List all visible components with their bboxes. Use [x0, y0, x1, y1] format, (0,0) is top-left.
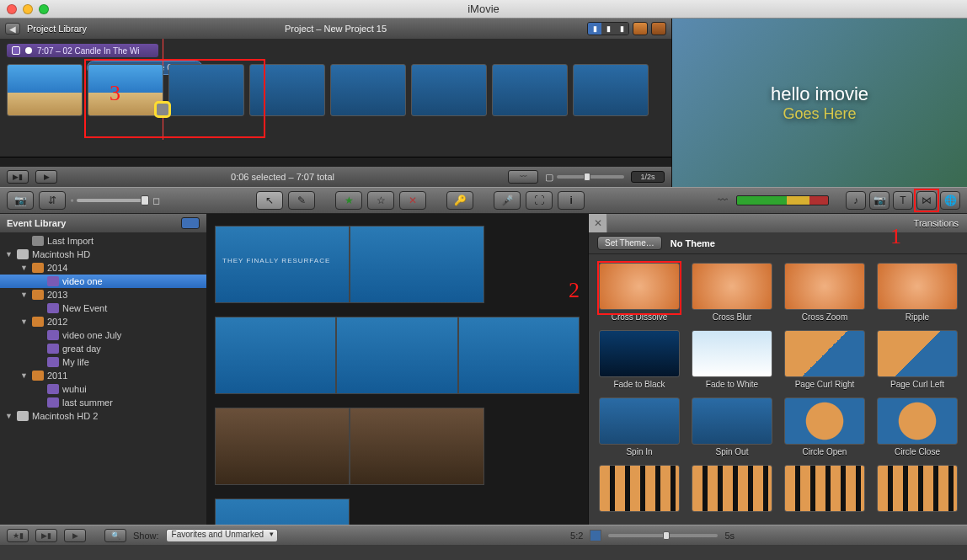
transition-item[interactable]: Fade to White: [692, 330, 772, 389]
transition-item[interactable]: Cross Blur: [692, 263, 772, 322]
transition-item[interactable]: Circle Close: [877, 397, 958, 456]
event-tree-item[interactable]: ▼Macintosh HD: [0, 248, 206, 261]
event-tree-item[interactable]: video one July: [0, 328, 206, 342]
transition-item[interactable]: Fade to Black: [599, 330, 680, 389]
view-mode-segmented[interactable]: ▮▮▮: [587, 22, 629, 35]
project-timeline[interactable]: 7:07 – 02 Candle In The Wi 0:14 – hello …: [0, 39, 671, 157]
clip-thumbnail[interactable]: [492, 64, 568, 116]
event-tree-item[interactable]: wuhui: [0, 382, 206, 396]
thumbnail-size-slider[interactable]: ▢: [545, 172, 624, 183]
keyword-button[interactable]: 🔑: [446, 191, 473, 210]
clip-thumbnail[interactable]: [7, 64, 83, 116]
favorite-button[interactable]: ★: [335, 191, 362, 210]
maps-browser-button[interactable]: 🌐: [940, 191, 960, 210]
close-panel-button[interactable]: ✕: [589, 214, 607, 232]
photo-browser-button[interactable]: 📷: [869, 191, 890, 210]
event-clip-thumbnail[interactable]: [336, 317, 457, 394]
event-tree[interactable]: Last Import▼Macintosh HD▼2014video one▼2…: [0, 232, 206, 525]
transition-item[interactable]: Ripple: [877, 263, 958, 322]
unmark-button[interactable]: ☆: [367, 191, 394, 210]
search-button[interactable]: 🔍: [104, 529, 126, 542]
event-item-label: Macintosh HD 2: [32, 411, 98, 421]
event-clip-thumbnail[interactable]: [350, 226, 484, 303]
transition-thumbnail: [877, 330, 958, 377]
set-theme-button[interactable]: Set Theme…: [597, 236, 662, 250]
transition-item[interactable]: Spin Out: [692, 397, 772, 456]
event-tree-item[interactable]: ▼2014: [0, 261, 206, 275]
frame-size-slider[interactable]: ▫◻: [71, 195, 160, 206]
audio-icon: [25, 47, 32, 54]
cal-icon: [32, 263, 44, 273]
event-item-label: 2013: [47, 290, 67, 300]
titles-browser-button[interactable]: T: [893, 191, 913, 210]
event-tree-item[interactable]: New Event: [0, 301, 206, 315]
clip-thumbnail[interactable]: [411, 64, 487, 116]
transition-item[interactable]: [692, 465, 772, 515]
clip-thumbnail[interactable]: [573, 64, 649, 116]
preview-viewer[interactable]: hello imovie Goes Here: [672, 19, 967, 187]
audio-track-clip[interactable]: 7:07 – 02 Candle In The Wi: [7, 44, 158, 57]
transition-item[interactable]: Page Curl Right: [784, 330, 865, 389]
minimize-window-button[interactable]: [23, 4, 33, 14]
event-tree-item[interactable]: great day: [0, 342, 206, 355]
reject-button[interactable]: ✕: [399, 191, 426, 210]
event-item-label: My life: [62, 357, 89, 367]
clip-thumbnail[interactable]: [330, 64, 406, 116]
theme-bar: Set Theme… No Theme: [589, 232, 967, 254]
event-clip-thumbnail[interactable]: [215, 317, 336, 394]
arrow-tool-button[interactable]: ↖: [256, 191, 283, 210]
import-camera-button[interactable]: 📷: [7, 191, 34, 210]
thumbnail-duration-slider[interactable]: [608, 534, 718, 537]
annotation-box-1: [914, 189, 939, 212]
event-tree-item[interactable]: ▼Macintosh HD 2: [0, 409, 206, 423]
video-clip-strip[interactable]: 0:14 – hello imovie Goes… 3: [7, 64, 665, 116]
event-clip-thumbnail[interactable]: [215, 499, 350, 525]
comment-marker-button[interactable]: [633, 22, 648, 35]
transition-item[interactable]: Page Curl Left: [877, 330, 958, 389]
play-button[interactable]: ▶: [35, 170, 57, 184]
zoom-level[interactable]: 1/2s: [631, 171, 665, 183]
event-clip-browser[interactable]: THEY FINALLY RESURFACE: [206, 214, 588, 525]
transition-item[interactable]: [784, 465, 865, 515]
crop-button[interactable]: ⛶: [526, 191, 553, 210]
transition-item[interactable]: Spin In: [599, 397, 680, 456]
play-fullscreen-button[interactable]: ▶▮: [35, 529, 57, 542]
transitions-browser-button[interactable]: ⋈: [916, 191, 937, 210]
show-filter-select[interactable]: Favorites and Unmarked: [166, 529, 279, 542]
project-library-label[interactable]: Project Library: [27, 24, 87, 34]
event-tree-item[interactable]: My life: [0, 355, 206, 369]
event-tree-item[interactable]: last summer: [0, 396, 206, 409]
inspector-button[interactable]: i: [558, 191, 585, 210]
close-window-button[interactable]: [7, 4, 17, 14]
waveform-toggle-button[interactable]: 〰: [508, 170, 538, 184]
transition-item[interactable]: [599, 465, 680, 515]
transition-thumbnail: [784, 465, 865, 512]
transitions-grid[interactable]: Cross DissolveCross BlurCross ZoomRipple…: [589, 254, 967, 525]
play-from-start-button[interactable]: ▶▮: [7, 170, 29, 184]
transition-item[interactable]: Circle Open: [784, 397, 865, 456]
event-view-toggle[interactable]: [181, 217, 200, 229]
play-selection-button[interactable]: ▶: [64, 529, 86, 542]
swap-panes-button[interactable]: ⇵: [39, 191, 66, 210]
edit-tool-button[interactable]: ✎: [288, 191, 315, 210]
event-clip-thumbnail[interactable]: [215, 408, 350, 485]
transition-thumbnail: [877, 263, 958, 310]
event-tree-item[interactable]: video one: [0, 275, 206, 288]
chapter-marker-button[interactable]: [651, 22, 666, 35]
event-clip-thumbnail[interactable]: THEY FINALLY RESURFACE: [215, 226, 350, 303]
zoom-window-button[interactable]: [39, 4, 49, 14]
event-clip-thumbnail[interactable]: [350, 408, 484, 485]
transition-item[interactable]: Cross Zoom: [784, 263, 865, 322]
transition-item[interactable]: [877, 465, 958, 515]
event-tree-item[interactable]: ▼2013: [0, 288, 206, 301]
back-to-library-button[interactable]: ◀: [5, 23, 20, 35]
event-tree-item[interactable]: ▼2011: [0, 369, 206, 382]
voiceover-button[interactable]: 🎤: [494, 191, 521, 210]
timeline-scrollbar[interactable]: [0, 157, 671, 167]
event-clip-thumbnail[interactable]: [458, 317, 580, 394]
transitions-tab-label[interactable]: Transitions: [906, 218, 967, 228]
keyword-filter-button[interactable]: ★▮: [7, 529, 29, 542]
event-tree-item[interactable]: Last Import: [0, 234, 206, 248]
music-browser-button[interactable]: ♪: [846, 191, 866, 210]
event-tree-item[interactable]: ▼2012: [0, 315, 206, 328]
